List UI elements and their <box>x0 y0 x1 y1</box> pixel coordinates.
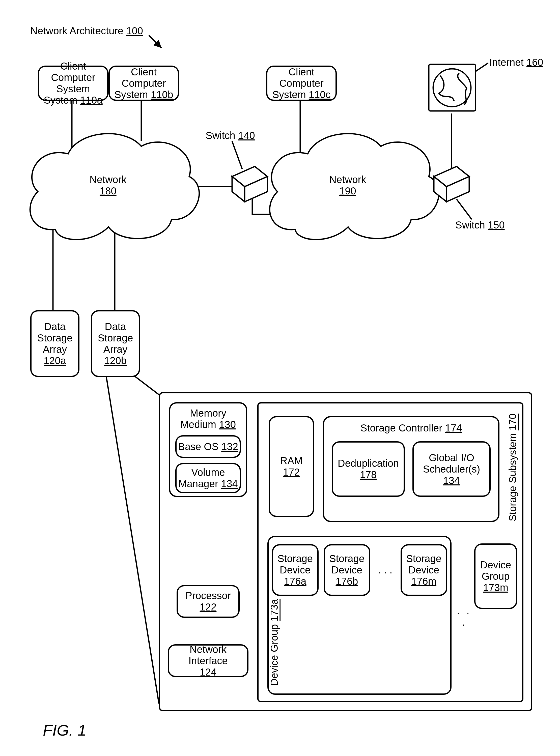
client-110c: Client Computer System 110c <box>266 65 337 101</box>
switch-140 <box>232 166 267 202</box>
ellipsis-groups: . . . <box>454 605 474 628</box>
memory-medium: Memory Medium 130 Base OS 132 VolumeMana… <box>169 402 247 497</box>
switch-150-label: Switch 150 <box>455 219 505 231</box>
storage-device-176b: StorageDevice176b <box>324 544 370 596</box>
switch-140-label: Switch 140 <box>205 130 255 141</box>
volume-manager: VolumeManager 134 <box>175 463 241 493</box>
array-120b: DataStorageArray 120b <box>91 310 140 377</box>
device-group-173a-label: Device Group 173a <box>269 599 450 686</box>
base-os: Base OS 132 <box>175 435 241 458</box>
network-interface: Network Interface 124 <box>168 644 248 677</box>
internet-label: Internet 160 <box>489 57 543 68</box>
array-120a: DataStorageArray 120a <box>30 310 79 377</box>
storage-device-176a: StorageDevice176a <box>272 544 319 596</box>
processor: Processor 122 <box>177 585 240 618</box>
ellipsis: . . . <box>375 564 396 576</box>
client-system-label: System <box>44 95 77 106</box>
switch-150 <box>434 166 469 202</box>
network-180-label: Network 180 <box>89 174 127 197</box>
network-190-label: Network 190 <box>329 174 366 197</box>
internet-globe <box>429 64 476 111</box>
storage-device-176m: StorageDevice176m <box>401 544 447 596</box>
svg-rect-0 <box>429 64 476 111</box>
device-group-173m: DeviceGroup173m <box>474 544 517 609</box>
deduplication: Deduplication 178 <box>332 441 405 497</box>
global-io-scheduler: Global I/O Scheduler(s) 134 <box>413 441 491 497</box>
svg-point-1 <box>433 69 471 107</box>
client-110a: Client Computer System System 110a <box>38 65 108 101</box>
client-110b: Client Computer System 110b <box>108 65 179 101</box>
device-group-173a: StorageDevice176a StorageDevice176b . . … <box>267 536 452 695</box>
subsystem-title: Storage Subsystem 170 <box>507 413 518 521</box>
figure-label: FIG. 1 <box>43 721 86 739</box>
storage-controller: Storage Controller 174 Deduplication 178… <box>323 416 499 522</box>
diagram-title: Network Architecture 100 <box>30 25 143 37</box>
ram: RAM 172 <box>269 416 314 517</box>
